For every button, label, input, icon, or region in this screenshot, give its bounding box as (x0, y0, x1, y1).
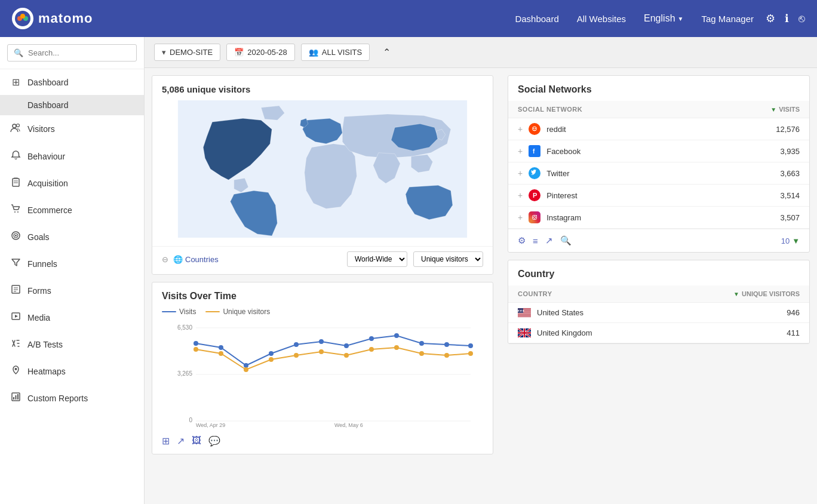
svg-point-36 (244, 363, 248, 368)
logout-icon[interactable]: ⎋ (798, 13, 805, 25)
countries-link[interactable]: 🌐 Countries (173, 255, 219, 264)
svg-rect-22 (13, 397, 14, 399)
svg-rect-78 (518, 313, 531, 314)
social-row-pinterest: + P Pinterest 3,514 (508, 185, 809, 207)
collapse-button[interactable]: ⌃ (376, 43, 398, 62)
comment-icon[interactable]: 💬 (208, 435, 220, 447)
sidebar-item-custom-reports[interactable]: Custom Reports (0, 385, 144, 411)
svg-rect-79 (518, 314, 531, 314)
svg-rect-81 (518, 315, 531, 316)
svg-point-49 (269, 357, 274, 362)
sidebar-item-ab-tests[interactable]: A/B Tests (0, 331, 144, 358)
svg-point-48 (244, 367, 248, 372)
nav-all-websites[interactable]: All Websites (577, 14, 626, 24)
nav-language[interactable]: English ▼ (644, 13, 683, 24)
svg-point-42 (394, 333, 399, 338)
svg-text:6,530: 6,530 (177, 324, 192, 331)
line-chart-svg: 6,530 3,265 0 Wed, Apr 29 Wed, May 6 (162, 321, 483, 428)
twitter-icon (529, 167, 540, 179)
plus-icon-reddit[interactable]: + (518, 124, 523, 134)
sidebar-nav: ⊞ Dashboard Dashboard Visitors (0, 69, 144, 504)
svg-rect-24 (17, 394, 19, 399)
cart-icon (10, 204, 22, 216)
share-icon[interactable]: ↗ (177, 435, 185, 447)
sidebar-item-dashboard[interactable]: ⊞ Dashboard (0, 69, 144, 95)
plus-icon-instagram[interactable]: + (518, 213, 523, 222)
plus-icon-facebook[interactable]: + (518, 146, 523, 156)
us-flag: ★★★ (518, 308, 531, 317)
sidebar-item-media[interactable]: Media (0, 304, 144, 331)
logo-icon (12, 8, 33, 29)
sidebar-item-visitors[interactable]: Visitors (0, 115, 144, 143)
svg-point-38 (294, 342, 299, 347)
reddit-icon (529, 123, 540, 135)
funnel-icon (10, 257, 22, 270)
nav-tag-manager[interactable]: Tag Manager (701, 14, 754, 24)
social-row-facebook: + f Facebook 3,935 (508, 140, 809, 162)
pinterest-icon: P (529, 189, 540, 201)
info-icon[interactable]: ℹ (785, 12, 789, 25)
plus-icon-twitter[interactable]: + (518, 168, 523, 178)
pagination-info: 10 ▼ (781, 236, 800, 245)
sidebar-item-ecommerce[interactable]: Ecommerce (0, 196, 144, 223)
target-icon (10, 231, 22, 243)
svg-point-3 (20, 14, 25, 19)
search-icon-social[interactable]: 🔍 (560, 235, 572, 246)
sidebar-item-behaviour[interactable]: Behaviour (0, 143, 144, 170)
facebook-icon: f (529, 145, 540, 157)
plus-icon-pinterest[interactable]: + (518, 190, 523, 200)
col-country: COUNTRY (518, 290, 552, 297)
date-selector[interactable]: 📅 2020-05-28 (226, 44, 295, 61)
table-view-icon[interactable]: ≡ (533, 236, 538, 246)
search-input[interactable] (28, 48, 130, 57)
chevron-down-icon: ▼ (678, 16, 684, 22)
search-wrap[interactable]: 🔍 (7, 44, 137, 62)
sidebar: 🔍 ⊞ Dashboard Dashboard (0, 37, 145, 504)
nav-links: Dashboard All Websites English ▼ Tag Man… (515, 13, 754, 24)
legend-visits: Visits (162, 308, 196, 316)
left-column: 5,086 unique visitors (145, 68, 500, 504)
metric-selector[interactable]: Unique visitors (413, 251, 483, 267)
gear-icon-social[interactable]: ⚙ (518, 235, 526, 246)
svg-point-57 (468, 351, 473, 356)
sidebar-item-acquisition[interactable]: Acquisition (0, 170, 144, 196)
segment-selector[interactable]: 👥 ALL VISITS (301, 44, 370, 61)
sidebar-item-goals[interactable]: Goals (0, 223, 144, 250)
social-networks-title: Social Networks (508, 76, 809, 101)
svg-rect-80 (518, 314, 531, 315)
sidebar-item-dashboard-sub[interactable]: Dashboard (0, 95, 144, 115)
svg-point-40 (344, 343, 349, 348)
image-icon[interactable]: 🖼 (192, 435, 201, 447)
svg-text:P: P (533, 192, 537, 199)
col-network: SOCIAL NETWORK (518, 106, 582, 113)
export-icon-social[interactable]: ↗ (545, 235, 553, 246)
pagination-arrow-icon[interactable]: ▼ (792, 236, 800, 245)
social-row-reddit: + reddit (508, 118, 809, 140)
table-icon[interactable]: ⊞ (162, 435, 170, 447)
clipboard-icon (10, 177, 22, 189)
bell-icon (10, 150, 22, 162)
svg-point-20 (14, 368, 17, 370)
zoom-minus-icon[interactable]: ⊖ (162, 255, 168, 264)
svg-point-35 (219, 345, 223, 350)
site-selector[interactable]: ▾ DEMO-SITE (154, 44, 220, 61)
svg-point-44 (444, 342, 449, 347)
visits-chart-card: Visits Over Time Visits Unique visitors (152, 282, 493, 454)
arrow-icon: ▾ (162, 48, 166, 57)
svg-point-52 (344, 353, 349, 358)
svg-point-13 (15, 235, 17, 236)
logo-area[interactable]: matomo (12, 8, 93, 29)
sidebar-item-funnels[interactable]: Funnels (0, 250, 144, 277)
country-row-uk: United Kingdom 411 (508, 323, 809, 343)
svg-marker-19 (15, 315, 18, 318)
sidebar-item-forms[interactable]: Forms (0, 277, 144, 304)
svg-point-41 (369, 336, 374, 341)
scope-selector[interactable]: World-Wide (347, 251, 407, 267)
sidebar-item-heatmaps[interactable]: Heatmaps (0, 358, 144, 385)
right-column: Social Networks SOCIAL NETWORK ▼ VISITS … (500, 68, 817, 504)
svg-point-34 (194, 341, 198, 346)
settings-icon[interactable]: ⚙ (766, 12, 775, 25)
dashboard-content: 5,086 unique visitors (145, 68, 817, 504)
nav-dashboard[interactable]: Dashboard (515, 14, 558, 24)
col-unique-visitors: ▼ UNIQUE VISITORS (733, 290, 800, 297)
